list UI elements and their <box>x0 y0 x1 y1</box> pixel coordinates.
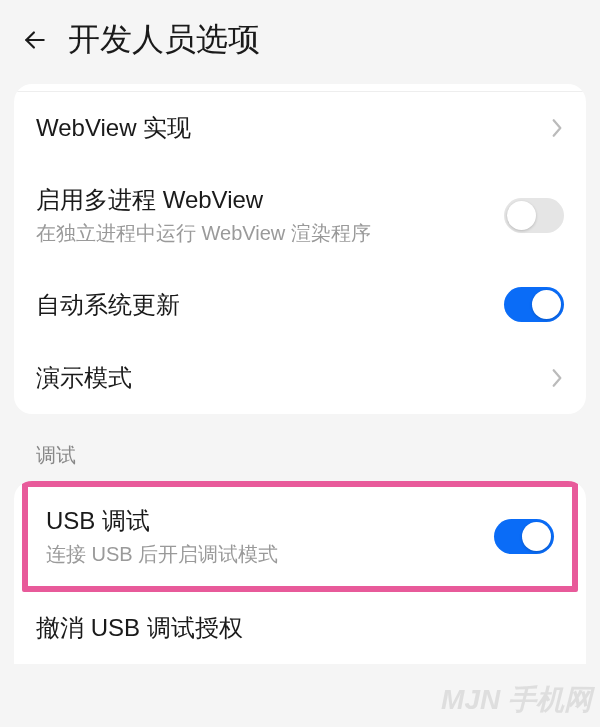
section-label-debug: 调试 <box>0 414 600 481</box>
arrow-left-icon <box>22 27 48 53</box>
row-auto-system-update[interactable]: 自动系统更新 <box>14 267 586 342</box>
row-title: 撤消 USB 调试授权 <box>36 612 564 644</box>
settings-card-2: USB 调试 连接 USB 后开启调试模式 撤消 USB 调试授权 <box>14 481 586 664</box>
row-subtitle: 连接 USB 后开启调试模式 <box>46 541 494 568</box>
page-title: 开发人员选项 <box>68 18 260 62</box>
row-title: 自动系统更新 <box>36 289 504 321</box>
row-title: 演示模式 <box>36 362 550 394</box>
chevron-right-icon <box>550 366 564 390</box>
highlight-usb-debug: USB 调试 连接 USB 后开启调试模式 <box>22 481 578 592</box>
toggle-multiprocess[interactable] <box>504 198 564 233</box>
toggle-usb-debug[interactable] <box>494 519 554 554</box>
chevron-right-icon <box>550 116 564 140</box>
card-top-edge <box>14 84 586 92</box>
watermark: MJN 手机网 <box>441 681 592 719</box>
row-multiprocess-webview[interactable]: 启用多进程 WebView 在独立进程中运行 WebView 渲染程序 <box>14 164 586 267</box>
row-title: WebView 实现 <box>36 112 550 144</box>
settings-card-1: WebView 实现 启用多进程 WebView 在独立进程中运行 WebVie… <box>14 84 586 414</box>
toggle-autoupdate[interactable] <box>504 287 564 322</box>
back-button[interactable] <box>20 25 50 55</box>
row-title: USB 调试 <box>46 505 494 537</box>
row-webview-impl[interactable]: WebView 实现 <box>14 92 586 164</box>
row-usb-debug[interactable]: USB 调试 连接 USB 后开启调试模式 <box>28 487 572 586</box>
row-subtitle: 在独立进程中运行 WebView 渲染程序 <box>36 220 504 247</box>
header: 开发人员选项 <box>0 0 600 84</box>
row-title: 启用多进程 WebView <box>36 184 504 216</box>
row-demo-mode[interactable]: 演示模式 <box>14 342 586 414</box>
row-revoke-usb-auth[interactable]: 撤消 USB 调试授权 <box>14 592 586 664</box>
